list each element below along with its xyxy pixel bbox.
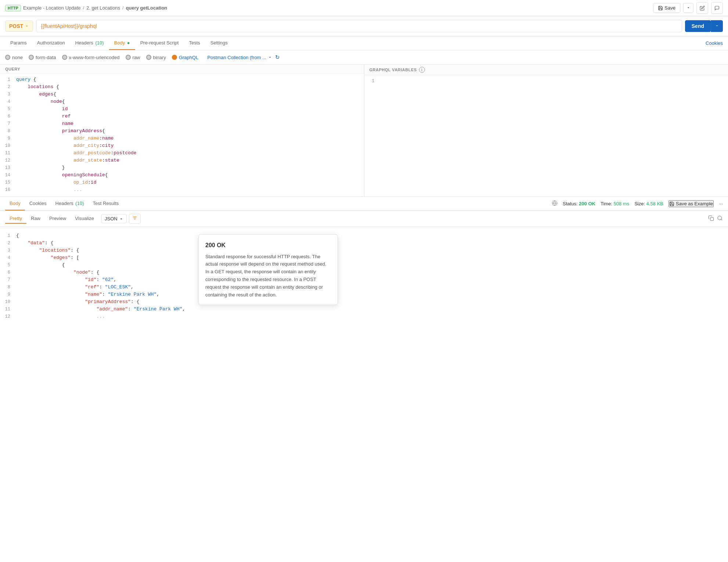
format-select[interactable]: JSON — [101, 214, 127, 223]
resp-line: 4 "edges": [ — [0, 255, 728, 262]
variables-pane: GRAPHQL VARIABLES i 1 — [364, 65, 728, 197]
send-button[interactable]: Send — [685, 20, 711, 32]
current-request-name: query getLocation — [126, 5, 167, 11]
code-line: 1 — [364, 78, 728, 86]
code-line: 1query { — [0, 77, 364, 84]
resp-line: 6 "node": { — [0, 270, 728, 277]
variables-editor[interactable]: 1 — [364, 75, 728, 197]
edit-icon — [700, 6, 705, 11]
save-dropdown-button[interactable] — [683, 3, 693, 13]
radio-dot-binary — [146, 55, 151, 60]
cookies-link[interactable]: Cookies — [706, 37, 723, 50]
code-line: 9 addr_name:name — [0, 136, 364, 143]
format-dropdown-icon — [119, 217, 123, 221]
save-icon — [658, 6, 663, 11]
resp-tab-body[interactable]: Body — [5, 197, 25, 210]
svg-point-6 — [718, 216, 722, 220]
query-pane: QUERY 1query { 2 locations { 3 edges{ 4 … — [0, 65, 364, 197]
size-value: 4.58 KB — [646, 201, 663, 206]
tooltip-text: Standard response for successful HTTP re… — [205, 253, 331, 299]
query-editor[interactable]: 1query { 2 locations { 3 edges{ 4 node{ … — [0, 74, 364, 197]
postman-collection: Postman Collection (from ... ↻ — [207, 54, 280, 61]
tab-settings[interactable]: Settings — [205, 36, 233, 50]
save-as-example-button[interactable]: Save as Example — [668, 200, 714, 207]
code-line: 2 locations { — [0, 84, 364, 91]
code-line: 8 primaryAddress{ — [0, 128, 364, 136]
method-label: POST — [9, 23, 23, 29]
radio-graphql[interactable]: GraphQL — [172, 55, 198, 60]
resp-line: 5 { — [0, 262, 728, 270]
postman-collection-label[interactable]: Postman Collection (from ... — [207, 55, 266, 60]
response-tabs-bar: Body Cookies Headers (10) Test Results S… — [0, 197, 728, 211]
response-actions — [708, 215, 723, 223]
radio-form-data[interactable]: form-data — [29, 55, 56, 60]
resp-line: 8 "ref": "LOC_ESK", — [0, 284, 728, 292]
radio-raw[interactable]: raw — [126, 55, 140, 60]
refresh-icon[interactable]: ↻ — [275, 54, 280, 61]
tab-headers[interactable]: Headers (10) — [70, 36, 109, 50]
breadcrumb-part1: Example - Location Update — [23, 5, 81, 11]
filter-button[interactable] — [129, 214, 141, 224]
radio-none[interactable]: none — [5, 55, 23, 60]
fmt-tab-pretty[interactable]: Pretty — [5, 214, 26, 224]
status-bar: Status: 200 OK Time: 508 ms Size: 4.58 K… — [552, 200, 723, 207]
tab-body[interactable]: Body ● — [109, 36, 135, 50]
resp-line: 1{ — [0, 233, 728, 240]
globe-icon — [552, 200, 558, 207]
method-dropdown-icon — [25, 24, 29, 28]
radio-dot-form-data — [29, 55, 34, 60]
status-tooltip: 200 OK Standard response for successful … — [198, 234, 338, 305]
save-example-label: Save as Example — [676, 201, 713, 206]
url-input[interactable] — [36, 20, 682, 32]
tab-authorization[interactable]: Authorization — [32, 36, 70, 50]
radio-dot-urlencoded — [62, 55, 67, 60]
url-bar: POST Send — [0, 16, 728, 36]
request-tabs: Params Authorization Headers (10) Body ●… — [0, 36, 728, 50]
separator2: / — [122, 5, 124, 11]
top-bar: HTTP Example - Location Update / 2. get … — [0, 0, 728, 16]
save-label: Save — [664, 5, 675, 11]
resp-line: 2 "data": { — [0, 240, 728, 248]
time-value: 508 ms — [614, 201, 630, 206]
resp-tab-headers[interactable]: Headers (10) — [51, 197, 89, 210]
breadcrumb: HTTP Example - Location Update / 2. get … — [5, 5, 167, 11]
fmt-tab-preview[interactable]: Preview — [45, 214, 71, 224]
postman-chevron-icon[interactable] — [268, 55, 272, 60]
code-line: 15 op_id:id — [0, 180, 364, 187]
info-icon[interactable]: i — [419, 67, 425, 73]
code-line: 10 addr_city:city — [0, 143, 364, 150]
edit-button[interactable] — [696, 2, 708, 14]
response-code-area: 1{ 2 "data": { 3 "locations": { 4 "edges… — [0, 230, 728, 324]
svg-line-7 — [721, 219, 722, 220]
comment-button[interactable] — [711, 2, 723, 14]
response-body: 1{ 2 "data": { 3 "locations": { 4 "edges… — [0, 227, 728, 337]
code-line: 11 addr_postcode:postcode — [0, 150, 364, 158]
save-button[interactable]: Save — [653, 3, 680, 13]
fmt-tab-visualize[interactable]: Visualize — [71, 214, 98, 224]
resp-tab-cookies[interactable]: Cookies — [25, 197, 51, 210]
tooltip-title: 200 OK — [205, 241, 331, 250]
radio-binary[interactable]: binary — [146, 55, 166, 60]
status-value[interactable]: 200 OK — [579, 201, 595, 206]
variables-pane-label: GRAPHQL VARIABLES i — [364, 65, 728, 75]
more-options-button[interactable]: ··· — [719, 201, 723, 206]
search-button[interactable] — [717, 215, 723, 223]
resp-line: 7 "id": "62", — [0, 277, 728, 284]
svg-rect-5 — [710, 217, 714, 221]
copy-icon — [708, 215, 714, 221]
separator: / — [83, 5, 84, 11]
copy-button[interactable] — [708, 215, 714, 223]
send-dropdown-button[interactable] — [711, 20, 723, 32]
code-line: 6 ref — [0, 114, 364, 121]
tab-tests[interactable]: Tests — [184, 36, 205, 50]
radio-dot-raw — [126, 55, 131, 60]
format-select-label: JSON — [105, 216, 118, 221]
comment-icon — [714, 6, 720, 11]
top-bar-actions: Save — [653, 2, 723, 14]
tab-params[interactable]: Params — [5, 36, 32, 50]
method-select[interactable]: POST — [5, 21, 33, 32]
tab-pre-request-script[interactable]: Pre-request Script — [135, 36, 184, 50]
resp-tab-test-results[interactable]: Test Results — [88, 197, 123, 210]
fmt-tab-raw[interactable]: Raw — [26, 214, 45, 224]
radio-urlencoded[interactable]: x-www-form-urlencoded — [62, 55, 120, 60]
